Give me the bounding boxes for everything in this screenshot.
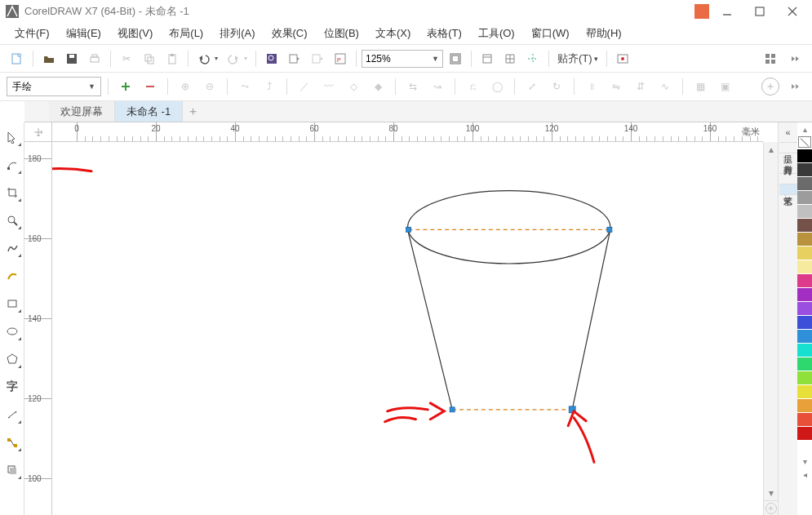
scroll-down-button[interactable]: ▾ [764, 486, 779, 500]
palette-up-button[interactable]: ▴ [797, 122, 812, 135]
menu-arrange[interactable]: 排列(A) [211, 24, 263, 43]
ruler-origin[interactable] [24, 122, 52, 142]
options-button[interactable] [612, 48, 633, 69]
node-add-button[interactable]: ⊕ [175, 76, 196, 97]
select-all-nodes-button[interactable]: ▦ [690, 76, 711, 97]
snap-to-dropdown[interactable]: 贴齐(T) ▾ [554, 51, 601, 66]
transform-docker-tab[interactable]: 变换 [779, 174, 797, 184]
ellipse-tool[interactable] [2, 322, 22, 341]
save-button[interactable] [61, 48, 82, 69]
paste-button[interactable] [162, 48, 183, 69]
hints-docker-tab[interactable]: 提示 [779, 143, 797, 153]
property-overflow-button[interactable] [784, 76, 805, 97]
document-tab-1[interactable]: 未命名 -1 [115, 101, 183, 122]
color-swatch[interactable] [797, 371, 812, 385]
menu-text[interactable]: 文本(X) [367, 24, 419, 43]
reverse-direction-button[interactable]: ⇆ [402, 76, 424, 97]
publish-pdf-button[interactable]: P [330, 48, 351, 69]
extend-curve-button[interactable]: ↝ [427, 76, 448, 97]
color-swatch[interactable] [797, 246, 812, 260]
user-account-icon[interactable] [694, 4, 709, 19]
no-fill-swatch[interactable] [797, 135, 812, 149]
export-button[interactable] [307, 48, 328, 69]
menu-effects[interactable]: 效果(C) [264, 24, 316, 43]
palette-flyout-button[interactable]: ◂ [797, 468, 812, 481]
freehand-tool-combo[interactable]: 手绘 ▼ [7, 77, 101, 96]
bounding-box-button[interactable]: ▣ [714, 76, 735, 97]
align-nodes-button[interactable]: ⫴ [581, 76, 602, 97]
color-swatch[interactable] [797, 163, 812, 177]
welcome-tab[interactable]: 欢迎屏幕 [49, 101, 115, 122]
drop-shadow-tool[interactable] [2, 460, 22, 480]
menu-table[interactable]: 表格(T) [419, 24, 470, 43]
close-button[interactable] [778, 1, 807, 22]
cut-button[interactable]: ✂ [116, 48, 137, 69]
vertical-scrollbar[interactable]: ▴ ▾ [763, 142, 778, 515]
to-curve-button[interactable]: 〰 [318, 76, 339, 97]
menu-file[interactable]: 文件(F) [7, 24, 58, 43]
color-swatch[interactable] [797, 399, 812, 413]
text-tool[interactable]: 字 [2, 377, 22, 397]
color-swatch[interactable] [797, 260, 812, 274]
new-tab-button[interactable]: ＋ [183, 101, 202, 122]
menu-tools[interactable]: 工具(O) [470, 24, 523, 43]
to-line-button[interactable]: ／ [294, 76, 315, 97]
maximize-button[interactable] [745, 1, 774, 22]
color-swatch[interactable] [797, 274, 812, 288]
color-swatch[interactable] [797, 441, 812, 455]
docker-expand-button[interactable]: « [779, 122, 797, 143]
color-swatch[interactable] [797, 427, 812, 441]
pick-tool[interactable] [2, 127, 22, 147]
shape-tool[interactable] [2, 155, 22, 175]
reduce-nodes-button[interactable]: ＋ [761, 78, 779, 95]
color-swatch[interactable] [797, 233, 812, 246]
polygon-tool[interactable] [2, 349, 22, 369]
crop-tool[interactable] [2, 183, 22, 202]
app-launcher-button[interactable] [760, 48, 781, 69]
menu-bitmap[interactable]: 位图(B) [316, 24, 367, 43]
search-content-button[interactable] [261, 48, 282, 69]
node-delete-button[interactable]: ⊖ [199, 76, 220, 97]
color-swatch[interactable] [797, 205, 812, 219]
color-swatch[interactable] [797, 330, 812, 344]
show-rulers-button[interactable] [477, 48, 498, 69]
color-swatch[interactable] [797, 344, 812, 357]
artistic-media-tool[interactable] [2, 266, 22, 286]
join-nodes-button[interactable]: ⤳ [234, 76, 255, 97]
rotate-nodes-button[interactable]: ↻ [546, 76, 567, 97]
align-docker-tab[interactable]: 对齐与分布… [779, 153, 797, 174]
show-grid-button[interactable] [499, 48, 521, 69]
artistic-pen-docker-tab[interactable]: 艺术笔 [779, 184, 797, 195]
smooth-node-button[interactable]: ◆ [367, 76, 388, 97]
elastic-mode-button[interactable]: ∿ [654, 76, 676, 97]
rectangle-tool[interactable] [2, 294, 22, 313]
new-doc-button[interactable] [7, 48, 28, 69]
cusp-node-button[interactable]: ◇ [343, 76, 364, 97]
toolbar-overflow-button[interactable] [784, 48, 805, 69]
color-swatch[interactable] [797, 385, 812, 399]
menu-window[interactable]: 窗口(W) [523, 24, 578, 43]
canvas[interactable] [52, 142, 763, 515]
scroll-up-button[interactable]: ▴ [764, 142, 779, 157]
palette-down-button[interactable]: ▾ [797, 455, 812, 468]
close-curve-button[interactable]: ◯ [486, 76, 508, 97]
color-swatch[interactable] [797, 191, 812, 205]
import-button[interactable] [284, 48, 305, 69]
freehand-tool[interactable] [2, 238, 22, 258]
connector-tool[interactable] [2, 433, 22, 452]
redo-button[interactable]: ▾ [223, 48, 251, 69]
stretch-nodes-button[interactable]: ⤢ [521, 76, 543, 97]
navigator-button[interactable]: ＋ [763, 500, 778, 515]
parallel-dimension-tool[interactable] [2, 405, 22, 424]
color-swatch[interactable] [797, 177, 812, 191]
zoom-level-combo[interactable]: 125% ▼ [362, 50, 443, 68]
menu-view[interactable]: 视图(V) [109, 24, 161, 43]
color-swatch[interactable] [797, 316, 812, 330]
print-button[interactable] [84, 48, 105, 69]
color-swatch[interactable] [797, 302, 812, 316]
preset-add-button[interactable] [115, 76, 136, 97]
menu-edit[interactable]: 编辑(E) [58, 24, 109, 43]
menu-layout[interactable]: 布局(L) [161, 24, 211, 43]
preset-delete-button[interactable] [140, 76, 161, 97]
break-nodes-button[interactable]: ⤴ [259, 76, 280, 97]
